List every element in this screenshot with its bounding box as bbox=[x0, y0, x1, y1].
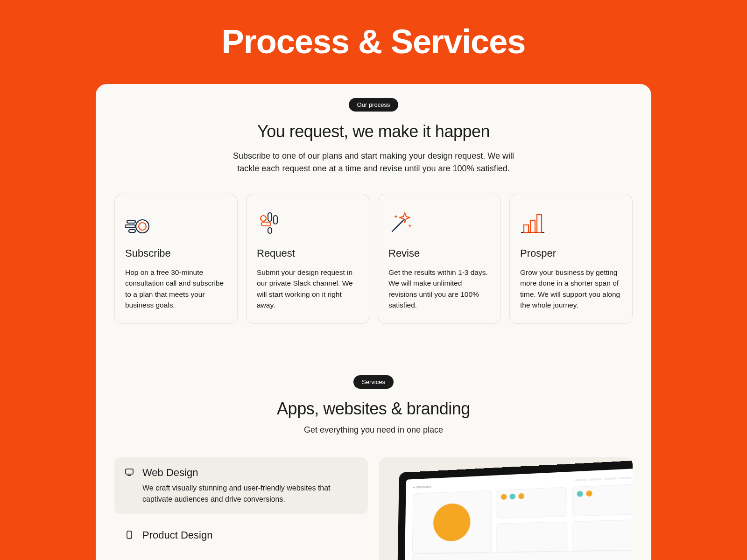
coins-icon bbox=[125, 208, 227, 234]
laptop-mockup: ● Dashboard bbox=[396, 459, 633, 560]
svg-point-1 bbox=[139, 223, 146, 230]
service-title: Web Design bbox=[142, 467, 358, 479]
svg-rect-5 bbox=[268, 213, 272, 221]
service-product-design[interactable]: Product Design bbox=[114, 520, 368, 551]
smartphone-icon bbox=[125, 530, 134, 539]
services-header: Services Apps, websites & branding Get e… bbox=[114, 375, 633, 435]
process-pill: Our process bbox=[349, 98, 399, 112]
svg-line-11 bbox=[394, 221, 402, 230]
svg-rect-2 bbox=[127, 220, 135, 223]
svg-rect-7 bbox=[261, 222, 271, 226]
step-title: Request bbox=[257, 247, 359, 259]
step-body: Hop on a free 30-minute consultation cal… bbox=[125, 267, 227, 310]
services-pill: Services bbox=[353, 375, 394, 389]
step-body: Submit your design request in our privat… bbox=[257, 267, 359, 310]
monitor-icon bbox=[125, 468, 134, 477]
svg-rect-3 bbox=[125, 225, 135, 228]
step-title: Prosper bbox=[520, 247, 622, 259]
page-title: Process & Services bbox=[0, 0, 747, 61]
svg-point-8 bbox=[261, 216, 266, 221]
service-title: Product Design bbox=[142, 529, 212, 541]
service-body: We craft visually stunning and user-frie… bbox=[142, 483, 358, 505]
services-list: Web Design We craft visually stunning an… bbox=[114, 457, 368, 560]
service-web-design[interactable]: Web Design We craft visually stunning an… bbox=[114, 457, 368, 514]
svg-rect-6 bbox=[274, 216, 277, 224]
magic-wand-icon bbox=[388, 208, 490, 234]
svg-rect-13 bbox=[524, 225, 529, 232]
services-heading: Apps, websites & branding bbox=[114, 399, 633, 419]
step-subscribe: Subscribe Hop on a free 30-minute consul… bbox=[114, 194, 238, 324]
svg-point-0 bbox=[136, 220, 149, 233]
step-title: Revise bbox=[388, 247, 490, 259]
step-body: Get the results within 1-3 days. We will… bbox=[388, 267, 490, 310]
process-sub: Subscribe to one of our plans and start … bbox=[224, 150, 523, 175]
step-body: Grow your business by getting more done … bbox=[520, 267, 622, 310]
service-preview: ● Dashboard bbox=[379, 457, 633, 560]
process-heading: You request, we make it happen bbox=[114, 122, 633, 141]
svg-rect-14 bbox=[530, 220, 535, 232]
bar-chart-icon bbox=[520, 208, 622, 234]
step-revise: Revise Get the results within 1-3 days. … bbox=[378, 194, 501, 324]
services-sub: Get everything you need in one place bbox=[114, 425, 633, 435]
svg-rect-9 bbox=[268, 228, 272, 233]
step-title: Subscribe bbox=[125, 247, 227, 259]
svg-rect-16 bbox=[126, 469, 133, 474]
step-request: Request Submit your design request in ou… bbox=[246, 194, 369, 324]
service-brand-identity[interactable]: Brand Identity bbox=[114, 556, 368, 560]
process-steps: Subscribe Hop on a free 30-minute consul… bbox=[114, 194, 633, 324]
svg-rect-15 bbox=[537, 215, 542, 232]
content-card: Our process You request, we make it happ… bbox=[96, 84, 651, 560]
step-prosper: Prosper Grow your business by getting mo… bbox=[509, 194, 633, 324]
svg-rect-4 bbox=[129, 230, 135, 232]
shapes-icon bbox=[257, 208, 359, 234]
svg-rect-18 bbox=[127, 531, 132, 539]
